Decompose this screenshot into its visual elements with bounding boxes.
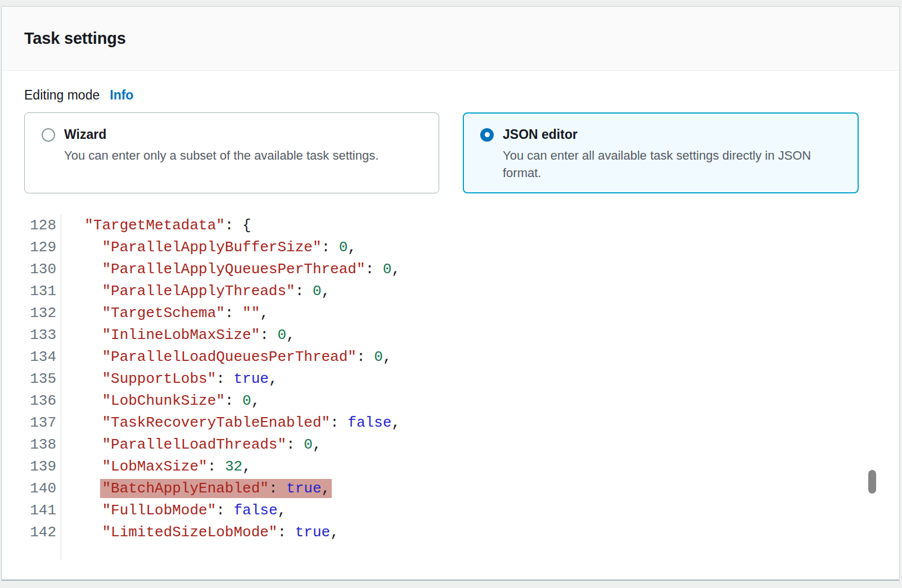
code-text[interactable]: "ParallelLoadQueuesPerThread": 0, (61, 346, 391, 368)
editing-mode-label-row: Editing mode Info (24, 88, 877, 103)
code-line: 139 "LobMaxSize": 32, (2, 456, 899, 478)
code-line: 132 "TargetSchema": "", (2, 302, 899, 324)
line-number: 139 (2, 456, 61, 478)
tile-json-editor[interactable]: JSON editorYou can enter all available t… (463, 112, 859, 193)
radio-icon[interactable] (480, 128, 494, 142)
line-number: 132 (2, 302, 61, 324)
radio-icon[interactable] (42, 128, 55, 142)
line-gutter (2, 544, 61, 560)
tile-wizard[interactable]: WizardYou can enter only a subset of the… (24, 112, 439, 193)
editing-mode-label: Editing mode (24, 88, 100, 103)
code-line-empty (2, 544, 899, 560)
tile-title: JSON editor (503, 127, 578, 142)
line-number: 133 (2, 324, 61, 346)
line-number: 134 (2, 346, 61, 368)
code-line: 141 "FullLobMode": false, (2, 500, 899, 522)
code-text[interactable]: "TaskRecoveryTableEnabled": false, (61, 412, 400, 434)
editing-mode-tiles: WizardYou can enter only a subset of the… (24, 112, 877, 193)
line-number: 136 (2, 390, 61, 412)
info-link[interactable]: Info (110, 88, 133, 103)
json-code-editor[interactable]: 128 "TargetMetadata": {129 "ParallelAppl… (2, 215, 899, 560)
line-number: 138 (2, 434, 61, 456)
code-text[interactable]: "ParallelApplyThreads": 0, (61, 281, 330, 302)
line-number: 142 (2, 522, 61, 544)
editing-mode-section: Editing mode Info WizardYou can enter on… (2, 71, 899, 193)
code-line: 131 "ParallelApplyThreads": 0, (2, 281, 899, 302)
line-number: 141 (2, 500, 61, 522)
code-line: 136 "LobChunkSize": 0, (2, 390, 899, 412)
code-line: 134 "ParallelLoadQueuesPerThread": 0, (2, 346, 899, 368)
code-text[interactable]: "ParallelApplyQueuesPerThread": 0, (61, 259, 400, 281)
code-text[interactable]: "BatchApplyEnabled": true, (61, 478, 330, 500)
code-text[interactable]: "LobChunkSize": 0, (61, 390, 260, 412)
code-line: 138 "ParallelLoadThreads": 0, (2, 434, 899, 456)
line-number: 129 (2, 237, 61, 259)
code-text[interactable]: "TargetMetadata": { (61, 215, 251, 237)
code-line: 133 "InlineLobMaxSize": 0, (2, 324, 899, 346)
panel-header: Task settings (2, 7, 899, 71)
vertical-scrollbar-thumb[interactable] (868, 470, 876, 494)
code-line: 128 "TargetMetadata": { (2, 215, 899, 237)
line-number: 135 (2, 368, 61, 390)
tile-description: You can enter only a subset of the avail… (64, 147, 427, 164)
code-text[interactable]: "TargetSchema": "", (61, 302, 269, 324)
code-line: 130 "ParallelApplyQueuesPerThread": 0, (2, 259, 899, 281)
code-text[interactable]: "SupportLobs": true, (61, 368, 278, 390)
tile-description: You can enter all available task setting… (503, 147, 840, 182)
code-line: 140 "BatchApplyEnabled": true, (2, 478, 899, 500)
line-number: 137 (2, 412, 61, 434)
tile-head: JSON editor (480, 127, 847, 142)
line-number: 130 (2, 259, 61, 281)
code-text[interactable]: "ParallelLoadThreads": 0, (61, 434, 322, 456)
code-line: 137 "TaskRecoveryTableEnabled": false, (2, 412, 899, 434)
code-text[interactable]: "InlineLobMaxSize": 0, (61, 324, 295, 346)
tile-title: Wizard (64, 127, 106, 142)
line-number: 128 (2, 215, 61, 237)
panel-title: Task settings (24, 29, 126, 48)
code-line: 129 "ParallelApplyBufferSize": 0, (2, 237, 899, 259)
code-text[interactable]: "LimitedSizeLobMode": true, (61, 522, 339, 544)
code-text[interactable]: "LobMaxSize": 32, (61, 456, 251, 478)
tile-head: Wizard (42, 127, 427, 142)
line-number: 131 (2, 281, 61, 302)
line-number: 140 (2, 478, 61, 500)
code-line: 142 "LimitedSizeLobMode": true, (2, 522, 899, 544)
code-text[interactable]: "FullLobMode": false, (61, 500, 286, 522)
search-highlight: "BatchApplyEnabled": true, (100, 479, 332, 498)
task-settings-panel: Task settings Editing mode Info WizardYo… (1, 6, 900, 581)
code-line: 135 "SupportLobs": true, (2, 368, 899, 390)
code-text[interactable]: "ParallelApplyBufferSize": 0, (61, 237, 357, 259)
